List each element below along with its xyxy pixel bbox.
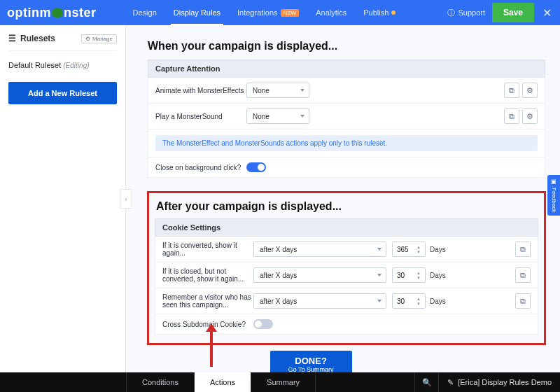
bottom-tab-actions[interactable]: Actions	[195, 372, 251, 392]
gear-icon: ⚙	[526, 112, 533, 121]
copy-button[interactable]: ⧉	[515, 267, 531, 283]
annotation-arrow-icon	[210, 330, 213, 367]
add-ruleset-button[interactable]: Add a New Ruleset	[8, 82, 117, 104]
main-content: When your campaign is displayed... Captu…	[126, 25, 560, 372]
gear-icon: ⚙	[85, 36, 90, 42]
done-summary-button[interactable]: DONE? Go To Summary	[270, 351, 352, 372]
select-remember[interactable]: after X days	[253, 293, 386, 309]
settings-button[interactable]: ⚙	[522, 83, 538, 98]
input-remember-days[interactable]: 30▲▼	[392, 293, 426, 309]
list-icon: ☰	[8, 34, 16, 43]
gear-icon: ⚙	[526, 86, 533, 95]
copy-button[interactable]: ⧉	[515, 241, 531, 257]
top-bar: optinmnster Design Display Rules Integra…	[0, 0, 560, 25]
toggle-close-bg[interactable]	[246, 162, 266, 172]
toggle-cross-subdomain[interactable]	[253, 319, 273, 329]
bottom-bar: Conditions Actions Summary 🔍 ✎[Erica] Di…	[0, 372, 560, 392]
copy-icon: ⧉	[520, 271, 526, 280]
help-icon: ⓘ	[447, 8, 455, 18]
card-capture-attention: Capture Attention	[148, 59, 545, 78]
tab-analytics[interactable]: Analytics	[307, 0, 355, 25]
label-converted: If it is converted, show it again...	[162, 241, 253, 257]
copy-button[interactable]: ⧉	[504, 83, 519, 98]
new-badge-icon: NEW	[281, 9, 300, 17]
copy-icon: ⧉	[509, 112, 514, 121]
input-converted-days[interactable]: 365▲▼	[392, 241, 426, 257]
tab-integrations[interactable]: IntegrationsNEW	[229, 0, 307, 25]
copy-icon: ⧉	[520, 297, 526, 306]
select-closed[interactable]: after X days	[253, 267, 386, 283]
search-icon: 🔍	[422, 378, 432, 387]
select-sound[interactable]: None	[246, 108, 309, 124]
label-remember: Remember a visitor who has seen this cam…	[162, 293, 253, 309]
close-icon[interactable]: ✕	[541, 6, 553, 20]
feedback-tab[interactable]: ▣ Feedback	[547, 175, 560, 216]
copy-icon: ⧉	[520, 245, 526, 254]
label-sound: Play a MonsterSound	[155, 113, 246, 120]
search-button[interactable]: 🔍	[414, 372, 438, 392]
sidebar: ☰Rulesets ⚙Manage Default Ruleset (Editi…	[0, 25, 126, 372]
top-nav: Design Display Rules IntegrationsNEW Ana…	[125, 0, 405, 25]
collapse-sidebar-button[interactable]: ‹	[120, 189, 132, 209]
label-animate: Animate with MonsterEffects	[155, 87, 246, 94]
bottom-tab-conditions[interactable]: Conditions	[126, 372, 195, 392]
pencil-icon: ✎	[447, 378, 454, 387]
input-closed-days[interactable]: 30▲▼	[392, 267, 426, 283]
info-banner: The MonsterEffect and MonsterSounds acti…	[155, 135, 538, 151]
card-cookie-settings: Cookie Settings	[155, 218, 538, 237]
select-animate[interactable]: None	[246, 83, 309, 98]
highlighted-section: After your campaign is displayed... Cook…	[147, 191, 546, 345]
bottom-tab-summary[interactable]: Summary	[251, 372, 316, 392]
label-close-bg: Close on background click?	[155, 164, 246, 172]
sidebar-title: Rulesets	[20, 34, 55, 43]
days-label: Days	[430, 298, 446, 305]
chevron-down-icon	[377, 300, 382, 302]
chevron-down-icon	[300, 115, 304, 118]
select-converted[interactable]: after X days	[253, 241, 386, 257]
save-button[interactable]: Save	[492, 3, 534, 22]
tab-publish[interactable]: Publish	[355, 0, 404, 25]
monster-icon	[52, 8, 63, 18]
copy-button[interactable]: ⧉	[515, 293, 531, 309]
chevron-down-icon	[300, 89, 304, 92]
copy-icon: ⧉	[509, 86, 514, 95]
days-label: Days	[430, 246, 446, 253]
dot-badge-icon	[391, 10, 396, 15]
section-when-title: When your campaign is displayed...	[148, 40, 545, 52]
chevron-down-icon	[377, 274, 382, 276]
section-after-title: After your campaign is displayed...	[156, 200, 538, 213]
copy-button[interactable]: ⧉	[504, 108, 519, 124]
support-link[interactable]: ⓘSupport	[447, 8, 485, 18]
speech-icon: ▣	[551, 178, 557, 185]
tab-design[interactable]: Design	[125, 0, 165, 25]
ruleset-current[interactable]: Default Ruleset (Editing)	[8, 61, 117, 69]
chevron-down-icon	[377, 248, 382, 251]
campaign-name-display[interactable]: ✎[Erica] Display Rules Demo	[438, 372, 560, 392]
manage-rulesets-button[interactable]: ⚙Manage	[81, 34, 117, 43]
label-closed: If it is closed, but not converted, show…	[162, 267, 253, 283]
settings-button[interactable]: ⚙	[522, 108, 538, 124]
logo: optinmnster	[7, 6, 97, 20]
days-label: Days	[430, 272, 446, 279]
tab-display-rules[interactable]: Display Rules	[165, 0, 229, 25]
chevron-left-icon: ‹	[125, 195, 127, 203]
